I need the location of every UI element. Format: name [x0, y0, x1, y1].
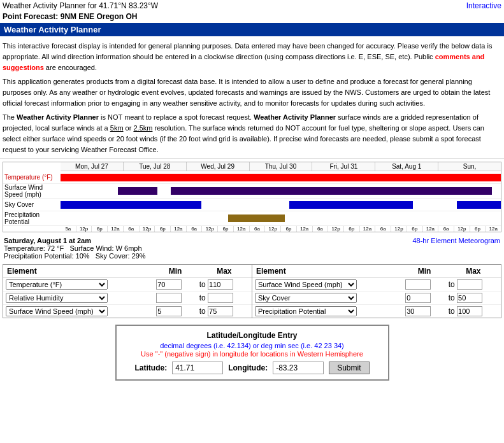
disclaimer: This interactive forecast display is int…: [0, 38, 504, 159]
page-title: Weather Activity Planner for 41.71°N 83.…: [3, 1, 158, 10]
table-row: Surface Wind Speed (mph) to: [252, 278, 501, 292]
right-col-element: Element: [252, 265, 403, 278]
point-forecast: Point Forecast: 9NM ENE Oregon OH: [0, 11, 504, 22]
left-col-max: Max: [197, 265, 252, 278]
min-input-r2[interactable]: [405, 306, 431, 316]
left-col-element: Element: [3, 265, 154, 278]
table-row: Surface Wind Speed (mph) to: [3, 305, 252, 318]
lat-input[interactable]: [172, 362, 223, 374]
element-select-r1[interactable]: Sky Cover: [255, 293, 357, 303]
element-select-0[interactable]: Temperature (°F): [6, 279, 108, 290]
submit-button[interactable]: Submit: [329, 362, 369, 374]
chart-area: Mon, Jul 27 Tue, Jul 28 Wed, Jul 29 Thu,…: [3, 162, 501, 232]
table-row: Precipitation Potential to: [252, 305, 501, 318]
section-header: Weather Activity Planner: [0, 23, 504, 36]
left-col-min: Min: [154, 265, 196, 278]
max-input-r0[interactable]: [457, 279, 482, 290]
time-labels-row: 5a 12p 6p 12a 6a 12p 6p 12a 6a 12p 6p 12…: [3, 226, 501, 232]
element-select-r2[interactable]: Precipitation Potential: [255, 306, 357, 316]
max-input-r2[interactable]: [457, 306, 482, 316]
max-input-r1[interactable]: [457, 293, 482, 303]
day-header-6: Sun,: [438, 162, 501, 171]
min-input-2[interactable]: [156, 306, 182, 316]
lat-lon-title: Latitude/Longitude Entry: [124, 331, 380, 340]
lat-lon-section: Latitude/Longitude Entry decimal degrees…: [115, 325, 389, 381]
min-input-r1[interactable]: [405, 293, 431, 303]
chart-row-temp: Temperature (°F): [3, 171, 501, 184]
day-header-1: Tue, Jul 28: [124, 162, 187, 171]
max-input-2[interactable]: [208, 306, 233, 316]
selected-info: Saturday, August 1 at 2am Temperature: 7…: [0, 235, 504, 262]
chart-row-precip: Precipitation Potential: [3, 211, 501, 226]
lat-label: Latitude:: [134, 363, 167, 372]
element-select-1[interactable]: Relative Humidity: [6, 293, 108, 303]
day-header-3: Thu, Jul 30: [250, 162, 313, 171]
meteorogram-link[interactable]: 48-hr Element Meteorogram: [412, 237, 500, 244]
day-header-5: Sat, Aug 1: [375, 162, 438, 171]
element-select-2[interactable]: Surface Wind Speed (mph): [6, 306, 108, 316]
day-header-4: Fri, Jul 31: [312, 162, 375, 171]
lat-lon-note2: Use "-" (negative sign) in longitude for…: [124, 350, 380, 358]
right-table: Element Min Max Surface Wind Speed (mph): [252, 265, 501, 318]
top-bar: Weather Activity Planner for 41.71°N 83.…: [0, 0, 504, 11]
max-input-1[interactable]: [208, 293, 233, 303]
chart-row-wind: Surface Wind Speed (mph): [3, 184, 501, 199]
chart-row-sky: Sky Cover: [3, 199, 501, 211]
lat-lon-note1: decimal degrees (i.e. 42.134) or deg min…: [124, 342, 380, 349]
element-tables: Element Min Max Temperature (°F): [3, 264, 501, 318]
right-col-max: Max: [446, 265, 501, 278]
lon-input[interactable]: [273, 362, 324, 374]
min-input-r0[interactable]: [405, 279, 431, 290]
max-input-0[interactable]: [208, 279, 233, 290]
day-header-0: Mon, Jul 27: [61, 162, 124, 171]
table-row: Temperature (°F) to: [3, 278, 252, 292]
left-table: Element Min Max Temperature (°F): [3, 265, 252, 318]
day-header-2: Wed, Jul 29: [187, 162, 250, 171]
lon-label: Longitude:: [228, 363, 268, 372]
right-col-min: Min: [403, 265, 445, 278]
min-input-1[interactable]: [156, 293, 182, 303]
interactive-link[interactable]: Interactive: [466, 1, 501, 10]
element-select-r0[interactable]: Surface Wind Speed (mph): [255, 279, 357, 290]
table-row: Sky Cover to: [252, 292, 501, 305]
min-input-0[interactable]: [156, 279, 182, 290]
table-row: Relative Humidity to: [3, 292, 252, 305]
